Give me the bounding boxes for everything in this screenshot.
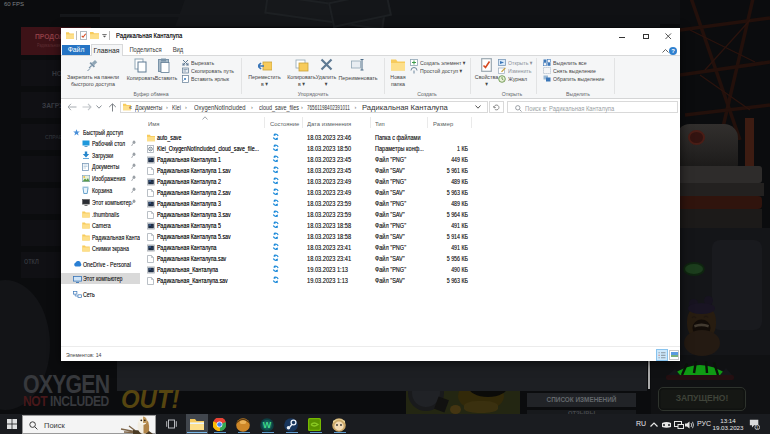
svg-text:W: W [263, 420, 272, 430]
